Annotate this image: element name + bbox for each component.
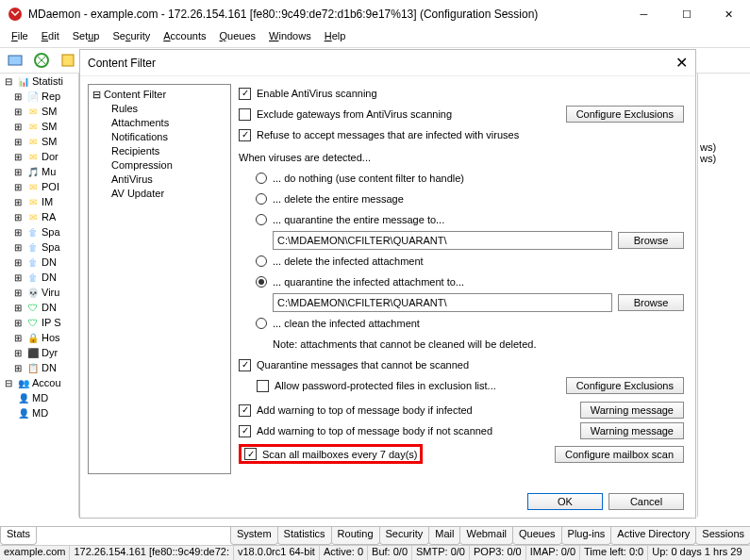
allow-pw-checkbox[interactable] — [257, 380, 269, 392]
quarantine-path-2[interactable]: C:\MDAEMON\CFILTER\QUARANT\ — [273, 293, 612, 312]
status-active: Active: 0 — [320, 546, 368, 560]
item-icon: ✉ — [26, 210, 40, 223]
maximize-button[interactable]: ☐ — [665, 0, 708, 28]
warn-notscanned-checkbox[interactable]: ✓ — [239, 425, 251, 437]
tree-item[interactable]: POI — [42, 181, 59, 192]
tab-statistics[interactable]: Statistics — [277, 527, 332, 545]
refuse-checkbox[interactable]: ✓ — [239, 129, 251, 141]
tree-item[interactable]: MD — [32, 392, 48, 404]
menu-accounts[interactable]: Accounts — [158, 28, 211, 47]
menubar: File Edit Setup Security Accounts Queues… — [0, 28, 750, 47]
radio-nothing[interactable] — [256, 173, 267, 184]
menu-setup[interactable]: Setup — [67, 28, 106, 47]
exclude-gw-checkbox[interactable] — [239, 108, 251, 121]
status-imap: IMAP: 0/0 — [526, 546, 580, 560]
configure-exclusions-button-2[interactable]: Configure Exclusions — [566, 377, 684, 394]
menu-help[interactable]: Help — [319, 28, 352, 47]
dialog-tree-item[interactable]: Rules — [111, 103, 226, 117]
item-icon: ✉ — [26, 150, 40, 163]
status-time: Time left: 0:0 — [580, 546, 648, 560]
tab-sessions[interactable]: Sessions — [695, 527, 750, 545]
radio-clean[interactable] — [256, 318, 267, 329]
tab-webmail[interactable]: Webmail — [459, 527, 513, 545]
tree-item[interactable]: Rep — [42, 91, 60, 102]
browse-button-1[interactable]: Browse — [618, 232, 684, 249]
cancel-button[interactable]: Cancel — [608, 493, 684, 510]
tree-item[interactable]: IM — [42, 196, 53, 207]
dialog-form: ✓ Enable AntiVirus scanning Exclude gate… — [239, 76, 695, 482]
dialog-close-icon[interactable]: ✕ — [675, 54, 688, 72]
quarantine-path-1[interactable]: C:\MDAEMON\CFILTER\QUARANT\ — [273, 231, 612, 250]
configure-exclusions-button[interactable]: Configure Exclusions — [566, 106, 684, 123]
item-icon: 🗑 — [26, 255, 40, 269]
tree-root-accounts[interactable]: Accou — [32, 377, 61, 388]
warning-message-button-1[interactable]: Warning message — [580, 402, 684, 419]
tree-item[interactable]: RA — [42, 211, 56, 222]
tree-item[interactable]: Spa — [42, 226, 60, 238]
menu-security[interactable]: Security — [107, 28, 156, 47]
item-icon: 🗑 — [26, 240, 40, 254]
tree-item[interactable]: DN — [42, 362, 57, 373]
bottom-tabs: Stats SystemStatisticsRoutingSecurityMai… — [0, 526, 750, 545]
scan-mailboxes-checkbox[interactable]: ✓ — [244, 448, 257, 460]
tree-item[interactable]: DN — [42, 272, 57, 283]
tree-item[interactable]: Dor — [42, 151, 58, 162]
dialog-tree-item[interactable]: Notifications — [111, 131, 226, 145]
toolbar-btn-3[interactable] — [57, 49, 79, 72]
tab-security[interactable]: Security — [379, 527, 430, 545]
tree-item[interactable]: SM — [42, 121, 58, 132]
left-tree[interactable]: ⊟📊Statisti ⊞📄Rep⊞✉SM⊞✉SM⊞✉SM⊞✉Dor⊞🎵Mu⊞✉P… — [0, 74, 79, 517]
radio-quarantine-att[interactable] — [256, 276, 267, 288]
radio-quarantine-msg[interactable] — [256, 214, 267, 225]
tab-queues[interactable]: Queues — [512, 527, 562, 545]
tab-stats[interactable]: Stats — [0, 527, 37, 545]
user-icon: 👤 — [17, 391, 30, 404]
radio-delete-msg[interactable] — [256, 193, 267, 205]
stats-icon: 📊 — [17, 74, 30, 88]
dialog-tree[interactable]: ⊟ Content Filter RulesAttachmentsNotific… — [88, 84, 231, 474]
tree-item[interactable]: Mu — [42, 166, 56, 177]
tab-active-directory[interactable]: Active Directory — [610, 527, 696, 545]
item-icon: 🛡 — [26, 301, 40, 314]
close-button[interactable]: ✕ — [708, 0, 750, 28]
tree-root-stats[interactable]: Statisti — [32, 75, 63, 87]
tree-item[interactable]: SM — [42, 136, 58, 147]
tree-item[interactable]: DN — [42, 302, 57, 313]
status-ip: 172.26.154.161 [fe80::9c49:de72: — [70, 546, 234, 560]
toolbar-btn-2[interactable] — [30, 49, 53, 72]
status-version: v18.0.0rc1 64-bit — [234, 546, 320, 560]
tab-plug-ins[interactable]: Plug-ins — [561, 527, 612, 545]
ok-button[interactable]: OK — [527, 493, 603, 510]
tree-item[interactable]: MD — [32, 407, 48, 419]
menu-windows[interactable]: Windows — [263, 28, 317, 47]
configure-mailbox-scan-button[interactable]: Configure mailbox scan — [555, 446, 684, 463]
quarantine-unscanned-checkbox[interactable]: ✓ — [239, 359, 251, 371]
tree-item[interactable]: IP S — [42, 317, 61, 328]
tab-mail[interactable]: Mail — [428, 527, 460, 545]
tree-item[interactable]: Viru — [42, 287, 59, 298]
tree-item[interactable]: SM — [42, 106, 58, 117]
item-icon: 📄 — [26, 90, 40, 103]
toolbar-btn-1[interactable] — [4, 49, 26, 72]
tree-item[interactable]: Hos — [42, 332, 60, 343]
tree-item[interactable]: Spa — [42, 241, 60, 253]
radio-delete-att[interactable] — [256, 255, 267, 267]
warn-infected-checkbox[interactable]: ✓ — [239, 404, 251, 417]
menu-queues[interactable]: Queues — [214, 28, 262, 47]
dialog-tree-item[interactable]: Attachments — [111, 117, 226, 131]
browse-button-2[interactable]: Browse — [618, 294, 684, 311]
dialog-tree-item[interactable]: Compression — [111, 159, 226, 173]
minimize-button[interactable]: ─ — [623, 0, 665, 28]
tree-item[interactable]: DN — [42, 256, 57, 268]
tree-item[interactable]: Dyr — [42, 347, 58, 358]
item-icon: ✉ — [26, 180, 40, 193]
tab-system[interactable]: System — [230, 527, 278, 545]
menu-file[interactable]: File — [6, 28, 34, 47]
dialog-tree-item[interactable]: AV Updater — [111, 188, 226, 202]
warning-message-button-2[interactable]: Warning message — [580, 422, 684, 439]
tab-routing[interactable]: Routing — [331, 527, 380, 545]
enable-av-checkbox[interactable]: ✓ — [239, 88, 251, 100]
dialog-tree-item[interactable]: Recipients — [111, 145, 226, 159]
menu-edit[interactable]: Edit — [36, 28, 65, 47]
dialog-tree-item[interactable]: AntiVirus — [111, 173, 226, 188]
